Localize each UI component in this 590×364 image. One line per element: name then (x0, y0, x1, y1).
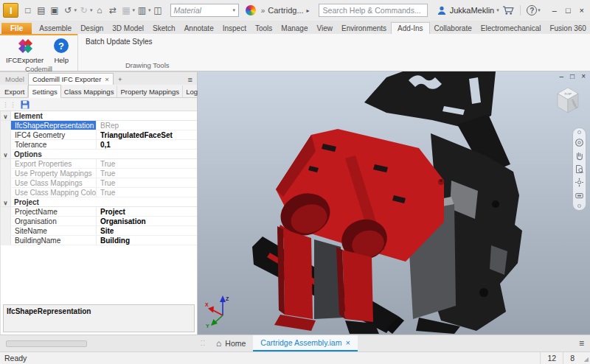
tab-model[interactable]: Model (1, 74, 28, 85)
ribbon-tab-collaborate[interactable]: Collaborate (430, 23, 476, 34)
ribbon-tab-electromechanical[interactable]: Electromechanical (476, 23, 546, 34)
3d-viewport[interactable]: – □ × TOP FRONT (198, 71, 590, 335)
maximize-button[interactable]: □ (566, 6, 571, 15)
ribbon-tab-fusion-360[interactable]: Fusion 360 (545, 23, 590, 34)
property-name[interactable]: Use Class Mappings (11, 178, 97, 187)
view-cube[interactable]: TOP FRONT (551, 83, 585, 116)
ribbon-tab-sketch[interactable]: Sketch (148, 23, 180, 34)
grid-row-sitename[interactable]: SiteNameSite (1, 226, 197, 236)
grid-row-use-class-mapping-colors[interactable]: Use Class Mapping ColorsTrue (1, 188, 197, 197)
grid-row-ifc4-geometry[interactable]: IFC4 GeometryTriangulatedFaceSet (1, 130, 197, 140)
property-value[interactable]: Site (97, 226, 197, 235)
minimize-button[interactable]: – (552, 6, 557, 15)
grid-row-projectname[interactable]: ProjectNameProject (1, 207, 197, 217)
grid-row-buildingname[interactable]: BuildingNameBuilding (1, 236, 197, 245)
tab-home[interactable]: ⌂ Home (209, 335, 253, 351)
subtab-property-mappings[interactable]: Property Mappings (117, 85, 183, 97)
add-tab-button[interactable]: + (114, 74, 127, 85)
grid-row-export-properties[interactable]: Export PropertiesTrue (1, 159, 197, 169)
ribbon-tab-environments[interactable]: Environments (337, 23, 391, 34)
property-name[interactable]: BuildingName (11, 236, 97, 245)
user-account[interactable]: JukkaMeklin ▾ (437, 5, 499, 15)
property-value[interactable]: BRep (97, 121, 197, 130)
help-button[interactable]: ? Help (51, 36, 72, 65)
subtab-export[interactable]: Export (1, 85, 28, 97)
more-commands-icon[interactable]: » (261, 7, 266, 15)
batch-update-styles-button[interactable]: Batch Update Styles (83, 36, 156, 47)
grid-row-use-class-mappings[interactable]: Use Class MappingsTrue (1, 178, 197, 188)
property-name[interactable]: Organisation (11, 217, 97, 225)
ribbon-tab-add-ins[interactable]: Add-Ins (391, 22, 429, 34)
home-view-icon[interactable]: ⌂ (93, 4, 105, 17)
new-file-icon[interactable]: □ (21, 4, 34, 17)
close-tab-icon[interactable]: × (105, 75, 109, 83)
property-name[interactable]: IfcShapeRepresentation (11, 121, 97, 130)
navbar-top-dot[interactable] (577, 130, 581, 134)
property-name[interactable]: SiteName (11, 226, 97, 235)
navbar-bottom-dot[interactable] (577, 204, 581, 208)
property-value[interactable]: Project (97, 207, 197, 216)
doc-tabs-menu-icon[interactable]: ≡ (579, 338, 584, 349)
resize-grip[interactable]: ◢ (581, 352, 590, 364)
tab-cartridge-assembly[interactable]: Cartridge Assembly.iam × (253, 335, 358, 351)
property-name[interactable]: Export Properties (11, 159, 97, 168)
property-value[interactable]: 0,1 (97, 140, 197, 149)
ribbon-tab-manage[interactable]: Manage (277, 23, 312, 34)
property-value[interactable]: True (97, 188, 197, 197)
store-cart-icon[interactable] (502, 5, 515, 15)
ribbon-tab-assemble[interactable]: Assemble (35, 23, 76, 34)
collapse-icon[interactable]: ∨ (4, 152, 8, 158)
redo-icon[interactable]: ↻ (77, 4, 90, 17)
material-combobox[interactable]: Material ▾ (170, 4, 240, 17)
ribbon-tab-annotate[interactable]: Annotate (180, 23, 218, 34)
search-input[interactable] (319, 4, 428, 17)
horizontal-scrollbar[interactable] (6, 340, 87, 347)
ribbon-tab-tools[interactable]: Tools (251, 23, 277, 34)
grid-category-options[interactable]: ∨Options (1, 150, 197, 159)
panel-drawing-tools-label[interactable]: Drawing Tools (78, 61, 590, 71)
property-value[interactable]: Building (97, 236, 197, 245)
collapse-icon[interactable]: ∨ (4, 200, 8, 206)
property-value[interactable]: Organisation (97, 217, 197, 225)
tab-codemill-ifc-exporter[interactable]: Codemill IFC Exporter × (28, 73, 114, 85)
ribbon-tab-inspect[interactable]: Inspect (218, 23, 251, 34)
property-name[interactable]: ProjectName (11, 207, 97, 216)
property-value[interactable]: TriangulatedFaceSet (97, 130, 197, 139)
inventor-logo[interactable]: I (3, 3, 18, 18)
collapse-icon[interactable]: ∨ (4, 113, 8, 120)
3d-model-cartridge-assembly[interactable] (198, 71, 590, 335)
close-doc-icon[interactable]: × (345, 338, 350, 347)
subtab-settings[interactable]: Settings (28, 85, 60, 98)
grid-row-ifcshaperepresentation[interactable]: IfcShapeRepresentationBRep (1, 121, 197, 130)
pan-hand-icon[interactable] (575, 151, 584, 161)
save-icon[interactable]: ▣ (48, 4, 60, 17)
undo-icon[interactable]: ↺ (61, 4, 74, 17)
viewport-restore-button[interactable]: □ (570, 72, 575, 80)
property-name[interactable]: Use Class Mapping Colors (11, 188, 97, 197)
subtab-class-mappings[interactable]: Class Mappings (61, 85, 118, 97)
grid-row-tolerance[interactable]: Tolerance0,1 (1, 140, 197, 150)
grid-row-organisation[interactable]: OrganisationOrganisation (1, 217, 197, 226)
toolbar-grip[interactable]: ⋮⋮ (2, 101, 17, 108)
panel-codemill-label[interactable]: Codemill (0, 65, 77, 73)
property-name[interactable]: Use Property Mappings (11, 169, 97, 178)
ifc-exporter-button[interactable]: IFCExporter (4, 36, 45, 65)
property-name[interactable]: IFC4 Geometry (11, 130, 97, 139)
measure-icon[interactable]: ◫ (152, 4, 164, 17)
ribbon-tab-3d-model[interactable]: 3D Model (108, 23, 148, 34)
grid-category-element[interactable]: ∨Element (1, 111, 197, 121)
navigation-wheel-icon[interactable] (575, 138, 584, 147)
ribbon-tab-view[interactable]: View (312, 23, 337, 34)
viewport-minimize-button[interactable]: – (560, 72, 564, 80)
close-button[interactable]: × (580, 6, 584, 15)
title-expand-icon[interactable]: ▸ (307, 7, 310, 14)
property-value[interactable]: True (97, 159, 197, 168)
return-icon[interactable]: ⇄ (106, 4, 119, 17)
save-settings-icon[interactable] (20, 99, 30, 110)
panel-menu-icon[interactable]: ≡ (188, 75, 192, 85)
viewport-close-button[interactable]: × (581, 72, 586, 80)
orbit-icon[interactable] (575, 178, 584, 187)
property-value[interactable]: True (97, 169, 197, 178)
help-menu[interactable]: ? ▾ (527, 5, 541, 15)
property-name[interactable]: Tolerance (11, 140, 97, 149)
